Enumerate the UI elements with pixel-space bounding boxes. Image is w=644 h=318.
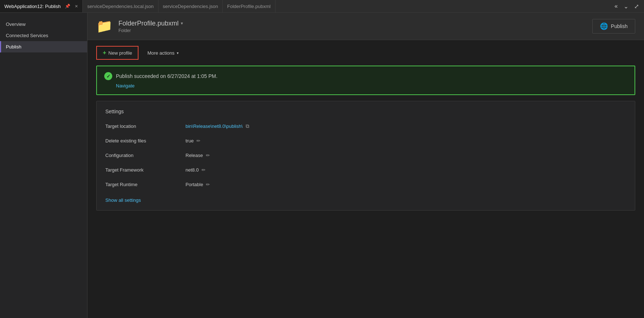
profile-dropdown-chevron[interactable]: ▾ [181,21,183,26]
content-area: 📁 FolderProfile.pubxml ▾ Folder 🌐 Publis… [87,13,644,318]
target-runtime-label: Target Runtime [105,182,186,187]
target-runtime-value: Portable [186,182,203,187]
target-framework-label: Target Framework [105,167,186,173]
sidebar-item-publish[interactable]: Publish [0,41,87,52]
publish-button[interactable]: 🌐 Publish [592,19,635,34]
configuration-label: Configuration [105,153,186,158]
sidebar-item-connected-services[interactable]: Connected Services [0,30,87,41]
target-location-label: Target location [105,123,186,129]
success-message: Publish succeeded on 6/27/2024 at 1:05 P… [116,73,218,79]
title-bar: WebApplication12: Publish 📌 ✕ serviceDep… [0,0,644,13]
delete-existing-label: Delete existing files [105,138,186,144]
sidebar-item-overview[interactable]: Overview [0,19,87,30]
settings-row-target-framework: Target Framework net8.0 ✏ [105,165,626,174]
folder-icon: 📁 [96,19,113,34]
actions-bar: + New profile More actions ▾ [87,40,644,66]
main-layout: Overview Connected Services Publish 📁 Fo… [0,13,644,318]
configuration-value: Release [186,153,203,158]
active-tab[interactable]: WebApplication12: Publish 📌 ✕ [0,0,83,12]
settings-row-delete-existing: Delete existing files true ✏ [105,136,626,145]
active-tab-title: WebApplication12: Publish [4,4,61,9]
sidebar-publish-label: Publish [6,44,22,50]
target-framework-value: net8.0 [186,167,199,173]
success-banner: ✓ Publish succeeded on 6/27/2024 at 1:05… [96,66,635,95]
settings-row-target-location: Target location bin\Release\net8.0\publi… [105,122,626,130]
tab-label: serviceDependencies.json [163,4,218,9]
new-profile-button[interactable]: + New profile [96,46,138,60]
new-profile-label: New profile [108,50,132,56]
more-actions-label: More actions [147,50,174,56]
scroll-tabs-left-btn[interactable]: « [612,1,620,11]
globe-icon: 🌐 [600,22,608,30]
plus-icon: + [103,50,106,56]
target-runtime-edit-icon[interactable]: ✏ [206,182,210,187]
profile-type: Folder [118,28,183,33]
show-all-settings-link[interactable]: Show all settings [105,197,141,203]
profile-name-row: FolderProfile.pubxml ▾ [118,20,183,27]
pin-icon: 📌 [65,4,70,9]
target-location-copy-icon[interactable]: ⧉ [246,123,249,129]
more-actions-button[interactable]: More actions ▾ [143,47,183,59]
delete-existing-edit-icon[interactable]: ✏ [196,138,200,144]
expand-btn[interactable]: ⤢ [632,1,641,11]
active-tab-close[interactable]: ✕ [75,4,78,9]
delete-existing-value: true [186,138,194,144]
profile-details: FolderProfile.pubxml ▾ Folder [118,20,183,33]
tab-service-dependencies[interactable]: serviceDependencies.json [159,0,223,12]
settings-row-configuration: Configuration Release ✏ [105,151,626,160]
tab-label: serviceDependencies.local.json [87,4,153,9]
target-location-value: bin\Release\net8.0\publish\ [186,123,243,129]
profile-header: 📁 FolderProfile.pubxml ▾ Folder 🌐 Publis… [87,13,644,40]
profile-info: 📁 FolderProfile.pubxml ▾ Folder [96,19,183,34]
settings-row-target-runtime: Target Runtime Portable ✏ [105,180,626,189]
tab-folder-profile[interactable]: FolderProfile.pubxml [223,0,275,12]
tab-service-dependencies-local[interactable]: serviceDependencies.local.json [83,0,158,12]
sidebar-connected-services-label: Connected Services [6,33,48,38]
settings-panel: Settings Target location bin\Release\net… [96,101,635,211]
settings-title: Settings [105,109,626,114]
sidebar-overview-label: Overview [6,21,26,27]
publish-button-label: Publish [611,23,628,29]
profile-filename: FolderProfile.pubxml [118,20,179,27]
navigate-link[interactable]: Navigate [116,83,134,89]
success-icon: ✓ [104,72,112,80]
tab-label: FolderProfile.pubxml [227,4,270,9]
sidebar: Overview Connected Services Publish [0,13,87,318]
more-actions-chevron: ▾ [177,51,179,55]
target-framework-edit-icon[interactable]: ✏ [202,167,206,173]
success-banner-header: ✓ Publish succeeded on 6/27/2024 at 1:05… [104,72,627,80]
titlebar-actions: « ⌄ ⤢ [612,1,644,11]
configuration-edit-icon[interactable]: ✏ [206,153,210,158]
tab-list-btn[interactable]: ⌄ [621,1,631,11]
